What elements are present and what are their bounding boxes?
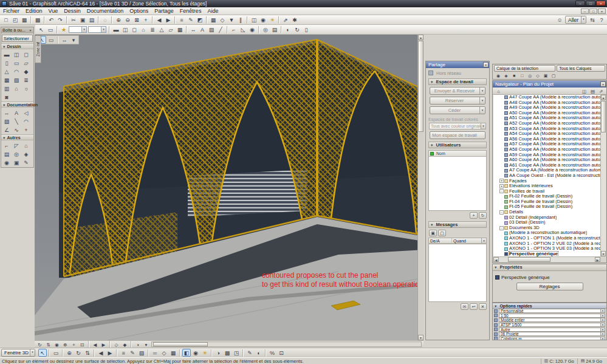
close-button[interactable]: ×	[596, 1, 606, 6]
publisher-icon[interactable]: ⇗	[597, 88, 605, 94]
messages-column-from[interactable]: De/A	[429, 238, 452, 243]
mdi-restore-button[interactable]: □	[589, 9, 597, 14]
ouverture-tool-icon[interactable]: ◙	[2, 92, 12, 101]
wireframe-toggle-icon[interactable]: ◳	[232, 349, 241, 357]
mdi-close-button[interactable]: ×	[598, 9, 606, 14]
escalier-tool-icon[interactable]: ≣	[21, 75, 31, 84]
zoom-percent-icon[interactable]: %	[268, 349, 276, 357]
scroll-thumb[interactable]	[601, 101, 606, 132]
toolbox-section-autres[interactable]: ▼Autres	[1, 134, 33, 140]
layer-show-icon[interactable]: ◉	[495, 72, 502, 78]
tree-expander-icon[interactable]: +	[499, 184, 504, 188]
toolbar-combo[interactable]: ▾	[69, 26, 87, 33]
msg-sent-icon[interactable]: ▢	[438, 230, 446, 236]
navigator-item[interactable]: A58 Coupe AA (Modèle à reconstruction au…	[493, 147, 600, 153]
fill-tool-icon[interactable]: ▨	[207, 26, 216, 33]
3d-scene[interactable]	[35, 35, 424, 340]
wall-tool-icon[interactable]: ▬	[112, 26, 120, 33]
figure-tool-icon[interactable]: ▣	[12, 158, 21, 167]
next-3d-icon[interactable]: ▶	[100, 341, 108, 348]
menu-aide[interactable]: Aide	[204, 7, 221, 15]
minimize-button[interactable]: –	[575, 1, 585, 6]
partage-title-bar[interactable]: Partage ×	[426, 61, 489, 68]
navigator-item[interactable]: A54 Coupe AA (Modèle à reconstruction au…	[493, 131, 600, 137]
navigator-horizontal-scrollbar[interactable]: ◀ ▶	[493, 256, 600, 262]
users-list-header[interactable]: Nom	[429, 151, 486, 157]
menu-fenêtres[interactable]: Fenêtres	[177, 7, 205, 15]
navigator-item[interactable]: -Documents 3D	[493, 225, 600, 231]
redo-icon[interactable]: ↷	[56, 16, 64, 24]
quick-option-pen-set[interactable]: ATSP 1/500▾	[499, 323, 605, 327]
navigator-item[interactable]: A56 Coupe AA (Modèle à reconstruction au…	[493, 137, 600, 142]
chevron-down-icon[interactable]: ▾	[479, 97, 485, 104]
dalle-tool-icon[interactable]: ▱	[21, 58, 31, 67]
camera-tool-icon[interactable]: ◉	[2, 158, 12, 167]
prev-view-3d-icon[interactable]: ◀	[97, 349, 105, 357]
pan-3d-icon[interactable]: +	[70, 341, 78, 348]
zoom-out-icon[interactable]: ⊖	[123, 16, 132, 24]
chevron-down-icon[interactable]: ▾	[479, 88, 485, 94]
viewport-vertical-scrollbar[interactable]: ▲ ▼	[417, 35, 424, 340]
layers-lock-all-icon[interactable]: ◇	[534, 72, 541, 78]
navigator-item[interactable]: A53 Coupe AA (Modèle à reconstruction au…	[493, 126, 600, 132]
chevron-down-icon[interactable]: ▾	[600, 318, 605, 321]
window-tool-icon[interactable]: ◻	[130, 26, 139, 33]
poteau-tool-icon[interactable]: ▯	[2, 58, 12, 67]
text-tool-icon[interactable]: A	[198, 26, 207, 33]
spline-tool-icon[interactable]: ∿	[12, 125, 21, 134]
navigator-item[interactable]: 02 Détail (Indépendant)	[493, 215, 600, 221]
toolbox-title-bar[interactable]: Boîte à ou... ×	[1, 27, 33, 33]
fenetre-tool-icon[interactable]: ◻	[21, 50, 31, 58]
detail-tool-icon[interactable]: ◎	[12, 149, 21, 158]
navigator-item[interactable]: -Détails	[493, 210, 600, 215]
marquee-mini-icon[interactable]: ▭	[47, 36, 55, 44]
toit-tool-icon[interactable]: △	[2, 67, 12, 75]
refresh-users-icon[interactable]: ↻	[479, 212, 487, 219]
title-bar[interactable]: Sâve 01 - Graphisoft ArchiCAD-64 16 - [S…	[0, 0, 607, 7]
partage-button-2[interactable]: Céder▾	[430, 106, 485, 114]
scroll-down-icon[interactable]: ▼	[418, 335, 424, 340]
elevation-interieure-tool-icon[interactable]: ⌂	[21, 141, 31, 149]
add-user-icon[interactable]: +	[470, 212, 478, 219]
zoom-3d-icon[interactable]: ⊕	[61, 341, 69, 348]
orbit-tool-icon[interactable]: ↻	[74, 349, 83, 357]
renovation-icon[interactable]: ↻	[293, 26, 301, 33]
menu-fichier[interactable]: Fichier	[0, 7, 22, 15]
ligne-tool-icon[interactable]: ╲	[12, 117, 21, 125]
navigator-item[interactable]: A7 Coupe AA (Modèle à reconstruction aut…	[493, 168, 600, 173]
quick-option-scale[interactable]: 1:50▾	[499, 314, 605, 318]
chevron-down-icon[interactable]: ▾	[600, 328, 605, 331]
gravity-icon[interactable]: ▼	[227, 16, 236, 24]
navigator-item[interactable]: AXONO 1 - OPTION 3 VUE 03 (Modèle à reco…	[493, 246, 600, 252]
quick-option-floor-plan-cut-plane[interactable]: 06 Projeté▾	[499, 332, 605, 336]
feuille-travail-tool-icon[interactable]: ▤	[2, 149, 12, 158]
camera-quick-icon[interactable]: ◉	[191, 349, 200, 357]
scroll-right-icon[interactable]: ▶	[595, 257, 600, 262]
navigator-item[interactable]: A52 Coupe AA (Modèle à reconstruction au…	[493, 121, 600, 126]
scroll-up-icon[interactable]: ▲	[601, 95, 606, 100]
maillage-tool-icon[interactable]: ▦	[2, 75, 12, 84]
mesh-tool-icon[interactable]: ▦	[176, 26, 184, 33]
facade-tool-icon[interactable]: ◸	[12, 141, 21, 149]
transform-mini-icon[interactable]: ↔	[60, 36, 69, 44]
mur-tool-icon[interactable]: ▬	[2, 50, 12, 58]
maximize-button[interactable]: □	[586, 1, 595, 6]
slab-tool-icon[interactable]: ▱	[166, 26, 175, 33]
scroll-up-icon[interactable]: ▲	[418, 35, 424, 40]
trace-toggle-icon[interactable]: ◐	[255, 349, 263, 357]
layers-icon[interactable]: ≡	[177, 16, 186, 24]
prev-3d-icon[interactable]: ◀	[91, 341, 99, 348]
layer-solid-icon[interactable]: ■	[510, 72, 518, 78]
navigator-item[interactable]: +Elévations intérieures	[493, 184, 600, 189]
viewport-3d[interactable]: Zone Inf contoured proposes to cut the p…	[35, 35, 424, 340]
navigator-item[interactable]: A57 Coupe AA (Modèle à reconstruction au…	[493, 142, 600, 147]
toolbox-close-icon[interactable]: ×	[28, 27, 33, 33]
quick-option-partial-structure[interactable]: Modèle entier▾	[499, 318, 605, 322]
tree-expander-icon[interactable]: -	[499, 210, 504, 215]
sun-quick-icon[interactable]: ☀	[201, 349, 209, 357]
walk-mode-icon[interactable]: ⇆	[588, 16, 597, 24]
msg-received-icon[interactable]: ▣	[429, 230, 437, 236]
favorites-icon[interactable]: ★	[60, 26, 68, 33]
viewport-horizontal-scrollbar[interactable]	[151, 342, 422, 347]
toolbox-section-documentation[interactable]: ▼Documentation	[1, 101, 33, 108]
